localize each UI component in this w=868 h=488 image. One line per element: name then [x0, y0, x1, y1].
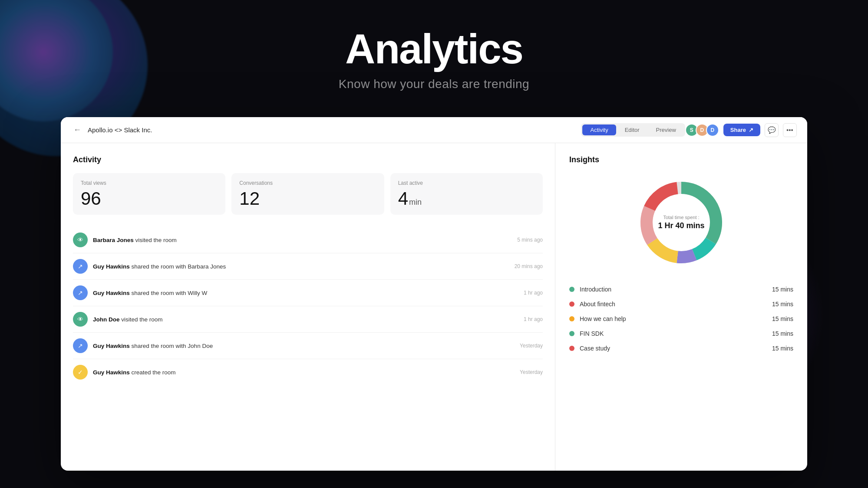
tab-editor[interactable]: Editor: [617, 124, 647, 135]
legend-value: 15 mins: [772, 315, 793, 322]
stat-total-views: Total views 96: [73, 173, 225, 215]
activity-text: John Doe visited the room: [93, 316, 518, 323]
activity-name: Guy Hawkins: [93, 343, 130, 349]
tab-preview[interactable]: Preview: [648, 124, 684, 135]
legend-item: About fintech 15 mins: [569, 301, 793, 308]
stat-conversations: Conversations 12: [231, 173, 384, 215]
activity-time: 5 mins ago: [517, 237, 543, 243]
donut-container: Total time spent : 1 Hr 40 mins: [569, 175, 793, 270]
avatar-group: S D D: [685, 124, 719, 137]
avatar-d2: D: [706, 124, 719, 137]
legend-label: Case study: [580, 345, 772, 352]
activity-name: Guy Hawkins: [93, 369, 130, 376]
hero-section: Analytics Know how your deals are trendi…: [0, 26, 868, 91]
activity-name: Guy Hawkins: [93, 290, 130, 296]
activity-text: Guy Hawkins shared the room with John Do…: [93, 343, 515, 349]
last-active-value: 4min: [398, 190, 535, 208]
more-icon: •••: [786, 126, 793, 134]
activity-name: John Doe: [93, 316, 120, 323]
tab-activity[interactable]: Activity: [582, 124, 616, 135]
activity-action: shared the room with John Doe: [132, 343, 213, 349]
activity-title: Activity: [73, 155, 543, 164]
more-options-button[interactable]: •••: [783, 123, 797, 137]
topbar: ← Apollo.io <> Slack Inc. Activity Edito…: [61, 117, 807, 143]
legend-item: Case study 15 mins: [569, 345, 793, 352]
activity-time: 1 hr ago: [524, 290, 543, 296]
legend-label: FIN SDK: [580, 330, 772, 337]
main-card: ← Apollo.io <> Slack Inc. Activity Edito…: [61, 117, 807, 471]
legend-dot: [569, 287, 574, 292]
share-icon: ↗: [749, 127, 753, 133]
activity-text: Guy Hawkins shared the room with Willy W: [93, 290, 518, 296]
total-views-label: Total views: [81, 180, 218, 186]
activity-item: ✓ Guy Hawkins created the room Yesterday: [73, 359, 543, 385]
activity-item: 👁 John Doe visited the room 1 hr ago: [73, 306, 543, 333]
left-panel: Activity Total views 96 Conversations 12…: [61, 143, 555, 471]
activity-time: Yesterday: [520, 343, 543, 349]
donut-center-label: Total time spent :: [658, 215, 704, 220]
conversations-label: Conversations: [239, 180, 376, 186]
activity-time: 1 hr ago: [524, 316, 543, 322]
conversations-value: 12: [239, 190, 376, 208]
donut-center-value: 1 Hr 40 mins: [658, 221, 704, 230]
last-active-unit: min: [409, 198, 422, 206]
activity-action: visited the room: [121, 316, 162, 323]
activity-text: Guy Hawkins shared the room with Barbara…: [93, 263, 509, 270]
page-subtitle: Know how your deals are trending: [0, 77, 868, 91]
activity-name: Barbara Jones: [93, 237, 134, 243]
legend-list: Introduction 15 mins About fintech 15 mi…: [569, 286, 793, 352]
activity-avatar: 👁: [73, 233, 88, 247]
legend-dot: [569, 346, 574, 351]
donut-chart: Total time spent : 1 Hr 40 mins: [634, 175, 729, 270]
last-active-label: Last active: [398, 180, 535, 186]
legend-label: How we can help: [580, 315, 772, 322]
activity-item: ↗ Guy Hawkins shared the room with John …: [73, 333, 543, 359]
total-views-value: 96: [81, 190, 218, 208]
legend-dot: [569, 301, 574, 307]
back-button[interactable]: ←: [71, 124, 83, 136]
activity-action: created the room: [132, 369, 176, 376]
insights-title: Insights: [569, 155, 793, 164]
share-button[interactable]: Share ↗: [723, 124, 760, 136]
legend-dot: [569, 331, 574, 336]
legend-item: Introduction 15 mins: [569, 286, 793, 293]
activity-avatar: 👁: [73, 312, 88, 327]
page-title: Analytics: [0, 26, 868, 72]
legend-value: 15 mins: [772, 345, 793, 352]
legend-label: Introduction: [580, 286, 772, 293]
activity-action: visited the room: [135, 237, 177, 243]
activity-avatar: ✓: [73, 365, 88, 380]
activity-avatar: ↗: [73, 338, 88, 353]
activity-avatar: ↗: [73, 259, 88, 274]
stat-last-active: Last active 4min: [390, 173, 543, 215]
activity-action: shared the room with Barbara Jones: [132, 263, 226, 270]
content-area: Activity Total views 96 Conversations 12…: [61, 143, 807, 471]
legend-value: 15 mins: [772, 286, 793, 293]
topbar-right: S D D Share ↗ 💬 •••: [685, 123, 797, 137]
activity-text: Guy Hawkins created the room: [93, 369, 515, 376]
share-label: Share: [730, 127, 746, 133]
activity-time: Yesterday: [520, 369, 543, 375]
activity-avatar: ↗: [73, 285, 88, 300]
legend-item: How we can help 15 mins: [569, 315, 793, 322]
legend-label: About fintech: [580, 301, 772, 308]
activity-name: Guy Hawkins: [93, 263, 130, 270]
stats-row: Total views 96 Conversations 12 Last act…: [73, 173, 543, 215]
activity-item: 👁 Barbara Jones visited the room 5 mins …: [73, 227, 543, 253]
legend-value: 15 mins: [772, 301, 793, 308]
chat-icon-button[interactable]: 💬: [765, 123, 779, 137]
tab-group: Activity Editor Preview: [581, 123, 685, 137]
activity-item: ↗ Guy Hawkins shared the room with Barba…: [73, 253, 543, 280]
legend-value: 15 mins: [772, 330, 793, 337]
donut-center: Total time spent : 1 Hr 40 mins: [658, 215, 704, 230]
room-title: Apollo.io <> Slack Inc.: [88, 126, 581, 134]
legend-item: FIN SDK 15 mins: [569, 330, 793, 337]
chat-icon: 💬: [768, 126, 776, 134]
activity-text: Barbara Jones visited the room: [93, 237, 512, 243]
activity-list: 👁 Barbara Jones visited the room 5 mins …: [73, 227, 543, 385]
activity-action: shared the room with Willy W: [132, 290, 208, 296]
legend-dot: [569, 316, 574, 321]
activity-item: ↗ Guy Hawkins shared the room with Willy…: [73, 280, 543, 306]
activity-time: 20 mins ago: [515, 263, 543, 269]
right-panel: Insights: [555, 143, 807, 471]
